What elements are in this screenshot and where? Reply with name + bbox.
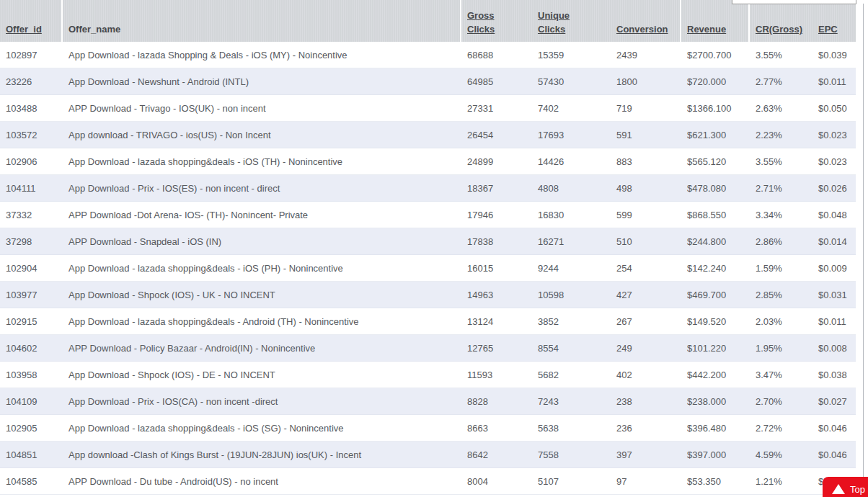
column-header-label: EPC: [818, 23, 838, 37]
table-row: 102905 App Download - lazada shopping&de…: [0, 415, 856, 442]
cell-cr-gross: 3.55%: [750, 156, 812, 167]
cell-conversion: 238: [611, 396, 681, 407]
cell-offer-name: App download -Clash of Kings Burst - (19…: [63, 449, 461, 460]
cell-epc: $0.026: [812, 183, 856, 194]
column-header-cr-gross[interactable]: CR(Gross): [750, 0, 812, 42]
table-row: 102897 App Download - lazada Shopping & …: [0, 42, 856, 68]
table-row: 37332 APP Download -Dot Arena- IOS- (TH)…: [0, 202, 856, 228]
cell-gross-clicks: 8004: [461, 476, 532, 487]
cell-cr-gross: 2.71%: [750, 183, 812, 194]
cell-offer-name: App Download - Prix - IOS(ES) - non ince…: [63, 183, 461, 194]
table-row: 102904 App Download - lazada shopping&de…: [0, 255, 856, 282]
cell-epc: $0.038: [812, 370, 856, 380]
column-header-revenue[interactable]: Revenue: [681, 0, 750, 42]
column-header-epc[interactable]: EPC: [812, 0, 856, 42]
cell-conversion: 883: [611, 156, 681, 167]
column-header-conversion[interactable]: Conversion: [611, 0, 681, 42]
cell-conversion: 599: [611, 210, 681, 220]
column-header-label: CR(Gross): [756, 23, 802, 37]
cell-offer-name: App download - TRIVAGO - ios(US) - Non I…: [63, 130, 461, 140]
cell-gross-clicks: 14963: [461, 290, 532, 300]
cell-epc: $0.023: [812, 130, 856, 140]
cell-offer-id: 37298: [0, 236, 63, 247]
cell-cr-gross: 2.23%: [750, 130, 812, 140]
table-row: 37298 APP Download - Snapdeal - iOS (IN)…: [0, 228, 856, 255]
offers-report-page: Offer_id Offer_name Gross Clicks Unique …: [0, 0, 868, 497]
cell-conversion: 427: [611, 290, 681, 300]
cell-cr-gross: 1.95%: [750, 343, 812, 354]
cell-gross-clicks: 11593: [461, 370, 532, 380]
search-input[interactable]: [732, 0, 856, 4]
cell-gross-clicks: 17838: [461, 236, 532, 247]
cell-conversion: 397: [611, 449, 681, 460]
cell-revenue: $621.300: [681, 130, 750, 140]
cell-gross-clicks: 8828: [461, 396, 532, 407]
table-row: 103488 APP Download - Trivago - IOS(UK) …: [0, 95, 856, 122]
cell-revenue: $442.200: [681, 370, 750, 380]
cell-unique-clicks: 15359: [532, 50, 611, 61]
cell-gross-clicks: 12765: [461, 343, 532, 354]
cell-cr-gross: 2.72%: [750, 423, 812, 434]
cell-gross-clicks: 8663: [461, 423, 532, 434]
cell-unique-clicks: 7558: [532, 449, 611, 460]
cell-cr-gross: 2.86%: [750, 236, 812, 247]
cell-conversion: 498: [611, 183, 681, 194]
cell-conversion: 267: [611, 316, 681, 327]
cell-cr-gross: 1.59%: [750, 263, 812, 274]
cell-cr-gross: 2.63%: [750, 103, 812, 114]
column-header-gross-clicks[interactable]: Gross Clicks: [461, 0, 532, 42]
column-header-label: Gross Clicks: [467, 9, 495, 37]
offers-table: Offer_id Offer_name Gross Clicks Unique …: [0, 0, 856, 495]
cell-offer-name: APP Download -Dot Arena- IOS- (TH)- Noni…: [63, 210, 461, 220]
cell-conversion: 236: [611, 423, 681, 434]
cell-offer-id: 103977: [0, 290, 63, 300]
cell-offer-id: 104585: [0, 476, 63, 487]
cell-revenue: $397.000: [681, 449, 750, 460]
cell-cr-gross: 3.55%: [750, 50, 812, 61]
table-row: 104851 App download -Clash of Kings Burs…: [0, 442, 856, 468]
cell-conversion: 249: [611, 343, 681, 354]
cell-unique-clicks: 16830: [532, 210, 611, 220]
column-header-unique-clicks[interactable]: Unique Clicks: [532, 0, 611, 42]
cell-conversion: 97: [611, 476, 681, 487]
cell-revenue: $478.080: [681, 183, 750, 194]
cell-unique-clicks: 57430: [532, 76, 611, 87]
cell-unique-clicks: 9244: [532, 263, 611, 274]
cell-revenue: $868.550: [681, 210, 750, 220]
cell-cr-gross: 3.47%: [750, 370, 812, 380]
cell-offer-name: APP Download - Policy Bazaar - Android(I…: [63, 343, 461, 354]
column-header-offer-id[interactable]: Offer_id: [0, 0, 63, 42]
cell-epc: $0.008: [812, 343, 856, 354]
cell-offer-name: App Download - Prix - IOS(CA) - non ince…: [63, 396, 461, 407]
cell-revenue: $396.480: [681, 423, 750, 434]
cell-unique-clicks: 5682: [532, 370, 611, 380]
cell-cr-gross: 1.21%: [750, 476, 812, 487]
cell-revenue: $149.520: [681, 316, 750, 327]
column-header-label: Offer_name: [68, 23, 120, 37]
cell-gross-clicks: 24899: [461, 156, 532, 167]
cell-unique-clicks: 10598: [532, 290, 611, 300]
column-header-label: Revenue: [687, 23, 726, 37]
back-to-top-button[interactable]: Top: [823, 477, 868, 497]
cell-unique-clicks: 16271: [532, 236, 611, 247]
cell-unique-clicks: 3852: [532, 316, 611, 327]
cell-cr-gross: 2.03%: [750, 316, 812, 327]
cell-epc: $0.050: [812, 103, 856, 114]
table-row: 104111 App Download - Prix - IOS(ES) - n…: [0, 175, 856, 202]
cell-epc: $0.031: [812, 290, 856, 300]
cell-conversion: 2439: [611, 50, 681, 61]
cell-offer-id: 102905: [0, 423, 63, 434]
cell-gross-clicks: 18367: [461, 183, 532, 194]
table-row: 102915 App Download - lazada shopping&de…: [0, 308, 856, 335]
cell-conversion: 402: [611, 370, 681, 380]
cell-revenue: $244.800: [681, 236, 750, 247]
cell-epc: $0.039: [812, 50, 856, 61]
back-to-top-label: Top: [850, 484, 865, 495]
cell-revenue: $565.120: [681, 156, 750, 167]
cell-conversion: 719: [611, 103, 681, 114]
cell-offer-id: 23226: [0, 76, 63, 87]
cell-conversion: 1800: [611, 76, 681, 87]
cell-gross-clicks: 26454: [461, 130, 532, 140]
cell-unique-clicks: 5107: [532, 476, 611, 487]
cell-cr-gross: 3.34%: [750, 210, 812, 220]
